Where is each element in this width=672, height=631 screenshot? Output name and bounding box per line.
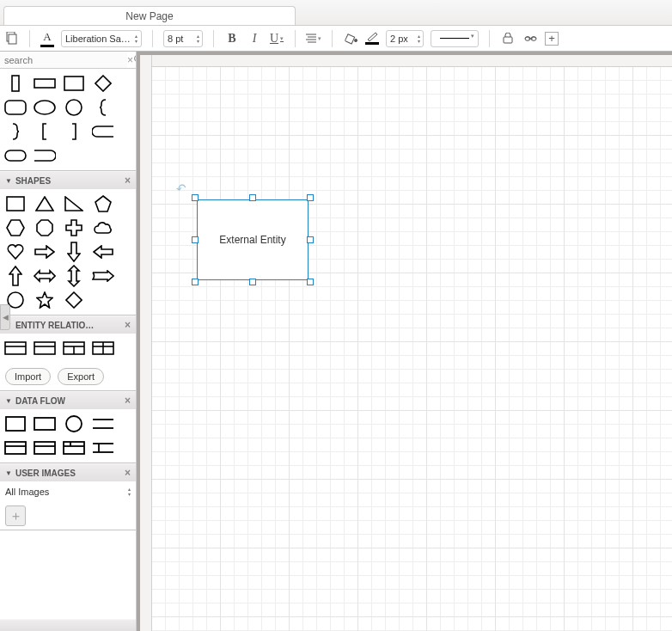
page-tab[interactable]: New Page [3,6,296,25]
shape-pill-close[interactable] [33,146,57,165]
shape-df-lines[interactable] [91,414,115,433]
font-family-select[interactable]: Liberation Sa… ▴▾ [61,30,142,47]
resize-handle-tr[interactable] [307,194,314,201]
align-button[interactable]: ▾ [306,31,321,46]
bold-button[interactable]: B [224,31,240,46]
shape-cloud[interactable] [91,218,115,237]
selected-shape[interactable]: External Entity [192,194,314,285]
section-header-user-images[interactable]: ▼ USER IMAGES × [0,463,136,481]
font-color-picker[interactable]: A [40,30,54,47]
line-style-select[interactable]: ▾ [431,30,479,47]
svg-rect-15 [5,101,26,114]
search-input[interactable] [0,52,127,68]
resize-handle-tm[interactable] [249,194,256,201]
shape-triangle[interactable] [33,194,57,213]
shape-star[interactable] [33,291,57,309]
section-header-dataflow[interactable]: ▼ DATA FLOW × [0,391,136,409]
shape-diamond2[interactable] [62,291,86,309]
close-icon[interactable]: × [125,467,131,479]
shape-square[interactable] [3,194,27,213]
resize-handle-ml[interactable] [192,236,199,243]
shape-pill[interactable] [3,146,27,165]
canvas[interactable]: ↶ External Entity [137,52,672,631]
shape-df-circle[interactable] [62,414,86,433]
export-button[interactable]: Export [58,368,104,385]
shape-roundrect[interactable] [3,98,27,117]
shape-hexagon[interactable] [3,218,27,237]
shape-brace-left[interactable] [91,98,115,117]
shape-arrow-ud[interactable] [62,266,86,285]
shape-df-lines2[interactable] [91,438,115,457]
shape-plus[interactable] [62,218,86,237]
svg-rect-32 [34,418,55,430]
shape-heart[interactable] [3,242,27,261]
shape-body[interactable]: External Entity [197,199,309,280]
shape-er-grid1[interactable] [62,339,86,358]
user-images-select[interactable]: All Images ▴▾ [0,481,136,502]
shape-ellipse[interactable] [33,98,57,117]
shape-right-triangle[interactable] [62,194,86,213]
stepper-icon: ▴▾ [128,487,131,497]
resize-handle-tl[interactable] [192,194,199,201]
close-icon[interactable]: × [125,175,131,187]
font-group: A Liberation Sa… ▴▾ [40,26,142,51]
shape-octagon[interactable] [33,218,57,237]
fill-color-button[interactable] [343,31,358,46]
shape-vrect[interactable] [3,74,27,93]
shape-df-header3[interactable] [62,438,86,457]
sidebar-collapse-handle[interactable]: ◀ [0,304,10,330]
resize-handle-bm[interactable] [249,279,256,285]
shape-circle[interactable] [62,98,86,117]
shape-pill-open[interactable] [91,122,115,141]
stroke-color-button[interactable] [365,32,379,45]
underline-button[interactable]: U▾ [269,31,284,46]
section-header-entity[interactable]: ▼ ENTITY RELATIO… × [0,316,136,334]
pages-icon[interactable] [3,31,19,46]
svg-rect-18 [5,150,26,161]
shape-df-header2[interactable] [33,438,57,457]
shape-df-header1[interactable] [3,438,27,457]
font-size-select[interactable]: 8 pt ▴▾ [163,30,203,47]
shape-bracket-right[interactable] [62,122,86,141]
clear-search-icon[interactable]: × [127,54,133,66]
sidebar: × [0,52,137,631]
line-weight-select[interactable]: 2 px ▴▾ [386,30,424,47]
close-icon[interactable]: × [125,319,131,331]
shape-arrow-right[interactable] [33,242,57,261]
lock-icon[interactable] [500,31,516,46]
canvas-grid[interactable]: ↶ External Entity [152,67,672,631]
shape-df-rect[interactable] [3,414,27,433]
line-weight-value: 2 px [390,34,408,44]
shape-rect[interactable] [62,74,86,93]
shape-df-rect2[interactable] [33,414,57,433]
stepper-icon: ▴▾ [197,34,199,44]
svg-rect-31 [6,417,25,431]
import-button[interactable]: Import [5,368,51,385]
shape-er-table1[interactable] [3,339,27,358]
section-user-images: ▼ USER IMAGES × All Images ▴▾ ＋ [0,463,136,530]
shape-pentagon[interactable] [91,194,115,213]
shape-arrow-down[interactable] [62,242,86,261]
shape-arrow-up[interactable] [3,266,27,285]
tab-strip: New Page [0,0,672,26]
add-button[interactable]: + [545,32,559,46]
resize-handle-mr[interactable] [307,236,314,243]
italic-button[interactable]: I [247,31,262,46]
shape-bracket-left[interactable] [33,122,57,141]
shape-arrow-lr[interactable] [33,266,57,285]
link-icon[interactable] [522,31,538,46]
shape-arrow-block[interactable] [91,266,115,285]
resize-handle-br[interactable] [307,279,314,285]
add-image-button[interactable]: ＋ [5,505,26,526]
resize-handle-bl[interactable] [192,279,199,285]
shape-er-grid2[interactable] [91,339,115,358]
ruler-vertical [140,55,152,631]
shape-arrow-left[interactable] [91,242,115,261]
close-icon[interactable]: × [125,395,131,407]
section-header-shapes[interactable]: ▼ SHAPES × [0,171,136,189]
shape-brace-right[interactable] [3,122,27,141]
shape-er-table2[interactable] [33,339,57,358]
rotate-handle-icon[interactable]: ↶ [175,181,188,196]
shape-diamond[interactable] [91,74,115,93]
shape-hrect[interactable] [33,74,57,93]
